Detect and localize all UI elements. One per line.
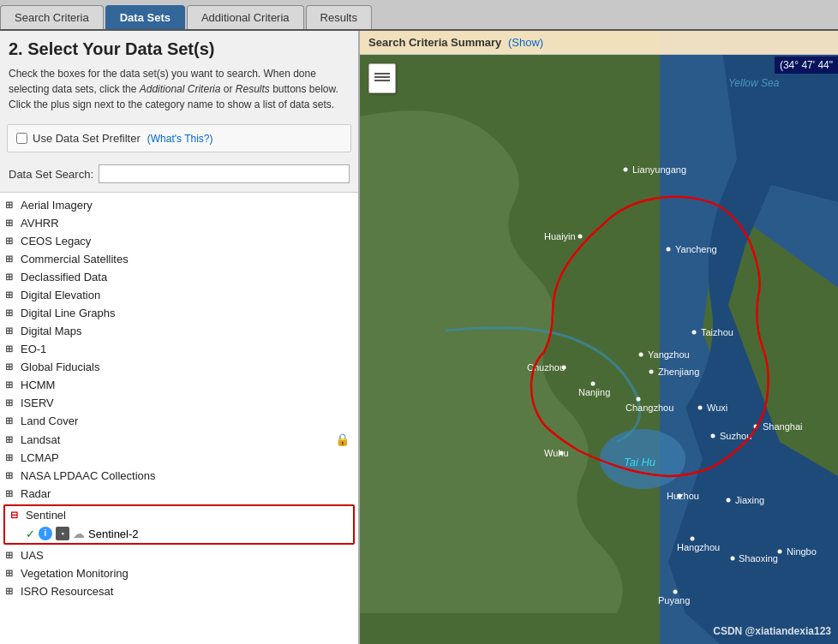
tab-search-criteria[interactable]: Search Criteria [0, 5, 104, 29]
list-item[interactable]: ⊞ NASA LPDAAC Collections [0, 467, 358, 485]
svg-point-8 [578, 235, 583, 239]
svg-point-37 [691, 537, 695, 541]
dataset-label: Commercial Satellites [21, 253, 350, 265]
svg-text:Huzhou: Huzhou [667, 491, 699, 501]
sentinel2-checkbox[interactable]: ✓ [26, 528, 35, 540]
dataset-label: EO-1 [21, 343, 350, 355]
svg-text:Taizhou: Taizhou [701, 327, 733, 337]
svg-point-43 [673, 590, 678, 594]
expand-icon[interactable]: ⊞ [5, 470, 17, 481]
svg-text:Wuxi: Wuxi [707, 402, 727, 413]
tab-data-sets[interactable]: Data Sets [105, 5, 185, 29]
sentinel2-label: Sentinel-2 [88, 528, 139, 540]
whats-this-link[interactable]: (What's This?) [147, 133, 213, 145]
list-item[interactable]: ⊞ Land Cover [0, 412, 358, 430]
list-item[interactable]: ⊞ Global Fiducials [0, 358, 358, 376]
expand-icon[interactable]: ⊞ [5, 236, 17, 247]
lock-icon: 🔒 [335, 432, 350, 446]
tab-additional-criteria[interactable]: Additional Criteria [187, 5, 304, 29]
dataset-label: HCMM [21, 379, 350, 391]
svg-point-6 [624, 168, 628, 172]
list-item[interactable]: ⊞ Digital Elevation [0, 286, 358, 304]
sentinel2-cloud-icon: ☁ [73, 527, 85, 540]
list-item[interactable]: ⊞ Commercial Satellites [0, 250, 358, 268]
svg-text:Changzhou: Changzhou [626, 402, 673, 413]
list-item[interactable]: ⊞ Digital Line Graphs [0, 304, 358, 322]
layer-button[interactable] [368, 63, 396, 93]
svg-text:Jiaxing: Jiaxing [735, 495, 764, 505]
svg-point-16 [649, 370, 654, 374]
svg-text:Nanjing: Nanjing [578, 387, 610, 397]
search-input[interactable] [99, 164, 350, 183]
expand-icon[interactable]: ⊞ [5, 397, 17, 408]
expand-icon[interactable]: ⊞ [5, 271, 17, 283]
list-item[interactable]: ⊞ UAS [0, 546, 358, 564]
expand-icon[interactable]: ⊞ [5, 253, 17, 265]
svg-point-14 [639, 353, 643, 357]
list-item[interactable]: ⊞ LCMAP [0, 449, 358, 467]
results-link[interactable]: Results [236, 83, 270, 95]
expand-icon[interactable]: ⊞ [5, 415, 17, 426]
expand-icon[interactable]: ⊞ [5, 325, 17, 337]
expand-icon[interactable]: ⊞ [5, 434, 17, 445]
map-header-title: Search Criteria Summary [368, 36, 501, 49]
svg-text:Shaoxing: Shaoxing [739, 553, 778, 564]
expand-icon[interactable]: ⊞ [5, 218, 17, 229]
panel-description: Check the boxes for the data set(s) you … [9, 66, 350, 112]
expand-icon[interactable]: ⊞ [5, 586, 17, 597]
sentinel2-data-icon[interactable]: ▪ [56, 527, 69, 540]
tab-results[interactable]: Results [306, 5, 372, 29]
list-item[interactable]: ⊞ ISRO Resourcesat [0, 582, 358, 600]
search-row: Data Set Search: [0, 159, 358, 188]
map-header: Search Criteria Summary (Show) [360, 31, 838, 55]
list-item[interactable]: ⊞ CEOS Legacy [0, 232, 358, 250]
panel-title: 2. Select Your Data Set(s) [9, 39, 350, 59]
expand-icon[interactable]: ⊞ [5, 452, 17, 463]
list-item[interactable]: ⊞ Declassified Data [0, 268, 358, 286]
expand-icon[interactable]: ⊞ [5, 379, 17, 391]
sentinel-label: Sentinel [26, 509, 66, 522]
svg-point-20 [591, 382, 596, 386]
additional-criteria-link[interactable]: Additional Criteria [140, 83, 221, 95]
prefilter-checkbox[interactable] [16, 133, 27, 144]
svg-text:Yellow Sea: Yellow Sea [728, 77, 780, 89]
tab-bar: Search Criteria Data Sets Additional Cri… [0, 0, 838, 31]
list-item[interactable]: ⊞ HCMM [0, 376, 358, 394]
list-item[interactable]: ⊞ Radar [0, 485, 358, 503]
svg-text:Lianyungang: Lianyungang [632, 164, 686, 175]
expand-icon[interactable]: ⊞ [5, 568, 17, 579]
svg-point-22 [637, 397, 641, 402]
list-item[interactable]: ⊞ Aerial Imagery [0, 196, 358, 214]
expand-icon[interactable]: ⊞ [5, 200, 17, 211]
dataset-label: Digital Line Graphs [21, 307, 350, 319]
svg-point-35 [727, 498, 731, 503]
show-link[interactable]: (Show) [508, 36, 543, 49]
svg-text:Yancheng: Yancheng [675, 244, 717, 254]
list-item[interactable]: ⊞ AVHRR [0, 214, 358, 232]
list-item[interactable]: ⊞ EO-1 [0, 340, 358, 358]
expand-icon[interactable]: ⊞ [5, 361, 17, 373]
expand-icon[interactable]: ⊞ [5, 343, 17, 355]
prefilter-row: Use Data Set Prefilter (What's This?) [7, 124, 351, 152]
sentinel2-info-icon[interactable]: i [39, 527, 52, 540]
dataset-label: Digital Maps [21, 325, 350, 337]
map-panel[interactable]: Search Criteria Summary (Show) (34° 47' … [360, 31, 838, 644]
sentinel-header[interactable]: ⊟ Sentinel [5, 506, 353, 524]
list-item-landsat[interactable]: ⊞ Landsat 🔒 [0, 430, 358, 449]
list-item[interactable]: ⊞ Vegetation Monitoring [0, 564, 358, 582]
watermark: CSDN @xiatiandexia123 [713, 625, 831, 637]
svg-text:Yangzhou: Yangzhou [648, 349, 690, 360]
expand-icon[interactable]: ⊞ [5, 307, 17, 319]
dataset-label: UAS [21, 549, 350, 562]
svg-point-39 [731, 557, 735, 561]
layer-icon [373, 68, 392, 86]
expand-icon[interactable]: ⊞ [5, 488, 17, 499]
collapse-icon[interactable]: ⊟ [10, 510, 22, 521]
list-item[interactable]: ⊞ Digital Maps [0, 322, 358, 340]
list-item[interactable]: ⊞ ISERV [0, 394, 358, 412]
dataset-label: Global Fiducials [21, 361, 350, 373]
svg-point-10 [667, 247, 671, 252]
expand-icon[interactable]: ⊞ [5, 289, 17, 301]
expand-icon[interactable]: ⊞ [5, 550, 17, 561]
coordinate-display: (34° 47' 44" [775, 57, 838, 74]
